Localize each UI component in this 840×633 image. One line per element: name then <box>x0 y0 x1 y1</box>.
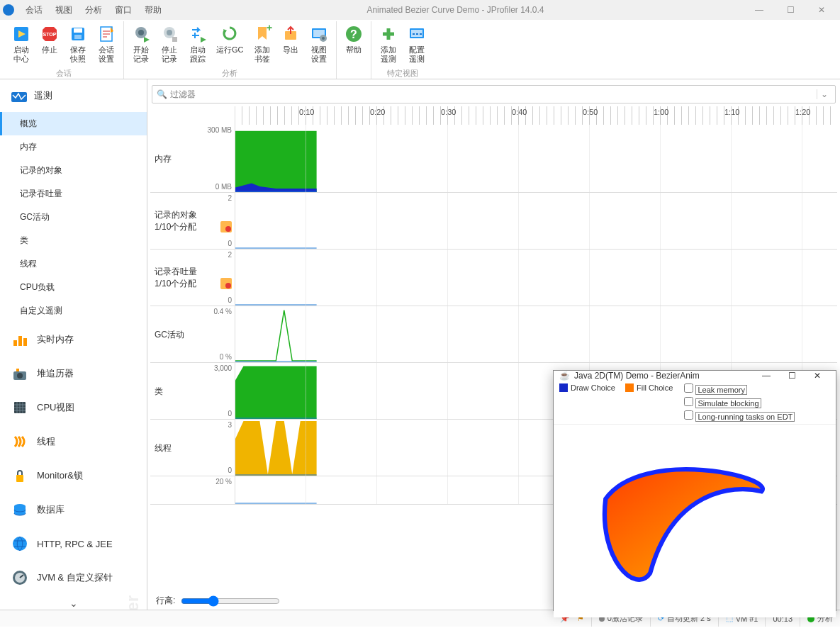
sidebar-item-3[interactable]: 记录吞吐量 <box>0 182 147 206</box>
config-telemetry-icon <box>407 24 427 44</box>
svg-rect-5 <box>74 28 82 33</box>
sidebar-section-0[interactable]: 实时内存 <box>0 323 147 357</box>
svg-text:STOP: STOP <box>43 32 57 37</box>
svg-rect-28 <box>11 92 27 102</box>
menu-help[interactable]: 帮助 <box>139 3 167 18</box>
chart-row-2: 记录吞吐量1/10个分配20 <box>150 250 837 306</box>
menu-session[interactable]: 会话 <box>20 3 48 18</box>
chart-area-3[interactable] <box>235 306 837 362</box>
session-settings-button[interactable]: 会话设置 <box>92 21 121 67</box>
java2d-toolbar: Draw Choice Fill Choice Leak memory Simu… <box>554 381 836 425</box>
sidebar-item-2[interactable]: 记录的对象 <box>0 159 147 182</box>
add-telemetry-button[interactable]: 添加遥测 <box>374 21 403 67</box>
sidebar-section-2[interactable]: CPU视图 <box>0 391 147 425</box>
sidebar-item-5[interactable]: 类 <box>0 229 147 252</box>
java2d-close-button[interactable]: ✕ <box>805 371 830 381</box>
svg-point-46 <box>225 283 231 289</box>
svg-point-33 <box>17 373 23 379</box>
svg-point-38 <box>13 537 27 551</box>
sidebar-header: 遥测 <box>0 81 147 112</box>
sidebar-item-4[interactable]: GC活动 <box>0 206 147 229</box>
fill-choice-legend[interactable]: Fill Choice <box>625 383 673 392</box>
telemetry-icon <box>10 86 28 105</box>
start-center-icon <box>11 24 31 44</box>
add-telemetry-icon <box>379 24 398 44</box>
sidebar-item-6[interactable]: 线程 <box>0 252 147 276</box>
svg-rect-36 <box>16 475 23 482</box>
main-menu: 会话 视图 分析 窗口 帮助 <box>20 3 167 18</box>
java2d-titlebar: ☕ Java 2D(TM) Demo - BezierAnim — ☐ ✕ <box>554 371 836 381</box>
svg-rect-6 <box>74 35 82 39</box>
view-settings-button[interactable]: 视图设置 <box>305 21 333 67</box>
svg-rect-30 <box>18 336 22 346</box>
java2d-title: Java 2D(TM) Demo - BezierAnim <box>574 371 754 381</box>
start-recording-button[interactable]: 开始记录 <box>127 21 155 67</box>
add-bookmark-button[interactable]: +添加书签 <box>248 21 276 67</box>
filter-dropdown-button[interactable]: ⌄ <box>817 89 831 99</box>
close-button[interactable]: ✕ <box>806 5 837 15</box>
svg-text:+: + <box>267 24 272 33</box>
svg-rect-31 <box>23 338 27 346</box>
filter-input[interactable] <box>170 89 817 99</box>
start-recording-icon <box>131 24 151 44</box>
java2d-minimize-button[interactable]: — <box>754 371 779 381</box>
menu-analysis[interactable]: 分析 <box>79 3 108 18</box>
sidebar-section-3[interactable]: 线程 <box>0 425 147 459</box>
watermark: JProfiler <box>123 595 142 610</box>
sidebar-item-1[interactable]: 内存 <box>0 135 147 159</box>
chart-area-0[interactable] <box>235 125 837 192</box>
minimize-button[interactable]: — <box>744 5 775 15</box>
help-button[interactable]: ?帮助 <box>340 21 368 57</box>
java2d-check-0[interactable]: Leak memory <box>684 383 795 394</box>
java2d-maximize-button[interactable]: ☐ <box>779 371 805 381</box>
start-center-button[interactable]: 启动中心 <box>7 21 35 67</box>
svg-point-43 <box>225 226 231 232</box>
sidebar-section-4[interactable]: Monitor&锁 <box>0 459 147 493</box>
export-icon <box>281 24 301 44</box>
title-bar: 会话 视图 分析 窗口 帮助 Animated Bezier Curve Dem… <box>0 0 840 20</box>
menu-view[interactable]: 视图 <box>50 3 78 18</box>
draw-choice-legend[interactable]: Draw Choice <box>559 383 615 392</box>
sidebar-header-label: 遥测 <box>34 89 52 102</box>
search-icon: 🔍 <box>157 89 167 99</box>
sidebar-section-7[interactable]: JVM & 自定义探针 <box>0 561 147 595</box>
start-tracking-button[interactable]: 启动跟踪 <box>184 21 212 67</box>
stop-recording-button[interactable]: 停止记录 <box>155 21 184 67</box>
sidebar: 遥测 概览内存记录的对象记录吞吐量GC活动类线程CPU负载自定义遥测 实时内存堆… <box>0 79 147 610</box>
chart-row-3: GC活动0.4 %0 % <box>150 306 837 363</box>
stop-icon: STOP <box>40 24 60 44</box>
java2d-window: ☕ Java 2D(TM) Demo - BezierAnim — ☐ ✕ Dr… <box>553 370 836 611</box>
row-height-slider[interactable] <box>181 595 280 607</box>
run-gc-button[interactable]: 运行GC <box>212 21 248 67</box>
sidebar-item-7[interactable]: CPU负载 <box>0 276 147 299</box>
sidebar-item-0[interactable]: 概览 <box>0 112 147 135</box>
sidebar-section-5[interactable]: 数据库 <box>0 493 147 527</box>
java2d-check-2[interactable]: Long-running tasks on EDT <box>684 410 795 421</box>
stop-button[interactable]: STOP停止 <box>35 21 64 67</box>
sidebar-section-6[interactable]: HTTP, RPC & JEE <box>0 527 147 561</box>
maximize-button[interactable]: ☐ <box>775 5 806 15</box>
toolbar: 启动中心STOP停止保存快照会话设置会话开始记录停止记录启动跟踪运行GC+添加书… <box>0 20 840 79</box>
svg-point-23 <box>322 37 325 40</box>
sidebar-item-8[interactable]: 自定义遥测 <box>0 299 147 323</box>
menu-window[interactable]: 窗口 <box>109 3 138 18</box>
svg-marker-14 <box>201 37 206 43</box>
svg-text:?: ? <box>350 28 357 40</box>
window-title: Animated Bezier Curve Demo - JProfiler 1… <box>167 5 744 15</box>
svg-point-12 <box>167 30 172 35</box>
chart-area-1[interactable] <box>235 193 837 249</box>
stop-recording-icon <box>159 24 179 44</box>
save-snapshot-icon <box>68 24 88 44</box>
sidebar-section-1[interactable]: 堆追历器 <box>0 357 147 391</box>
svg-point-9 <box>138 30 144 35</box>
help-icon: ? <box>344 24 364 44</box>
add-bookmark-icon: + <box>252 24 272 44</box>
java2d-check-1[interactable]: Simulate blocking <box>684 397 795 408</box>
config-telemetry-button[interactable]: 配置遥测 <box>403 21 431 67</box>
save-snapshot-button[interactable]: 保存快照 <box>64 21 92 67</box>
export-button[interactable]: 导出 <box>276 21 305 67</box>
chart-area-2[interactable] <box>235 250 837 306</box>
session-settings-icon <box>96 24 116 44</box>
run-gc-icon <box>220 24 240 44</box>
row-height-label: 行高: <box>156 595 175 607</box>
